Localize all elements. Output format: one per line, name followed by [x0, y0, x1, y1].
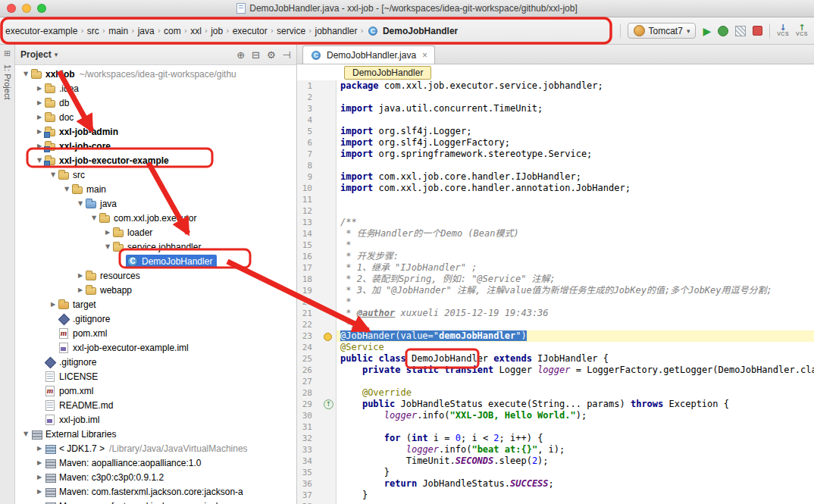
expand-closed-icon[interactable]: ▶ — [35, 142, 44, 149]
tree-row[interactable]: ▶doc — [15, 110, 296, 124]
expand-closed-icon[interactable]: ▶ — [35, 474, 44, 481]
line-number[interactable]: 21 — [297, 308, 314, 319]
code-line[interactable]: 7import org.springframework.stereotype.S… — [297, 149, 814, 160]
breadcrumb-item[interactable]: src — [85, 24, 102, 38]
tree-row[interactable]: LICENSE — [15, 369, 296, 383]
run-with-coverage-button[interactable] — [735, 26, 746, 36]
line-number[interactable]: 1 — [297, 80, 314, 92]
close-tab-icon[interactable]: × — [422, 50, 427, 61]
line-number[interactable]: 28 — [297, 387, 314, 399]
expand-open-icon[interactable]: ▼ — [21, 70, 30, 77]
tree-row[interactable]: ▼xxl-job-executor-example — [15, 153, 296, 167]
tree-row[interactable]: ▶target — [15, 297, 296, 311]
stop-button[interactable] — [753, 26, 762, 36]
line-number[interactable]: 38 — [297, 501, 314, 504]
tree-row[interactable]: ▼xxl-job~/workspaces/idea-git-workspace/… — [15, 67, 296, 81]
settings-gear-icon[interactable]: ⚙ — [267, 49, 276, 61]
expand-open-icon[interactable]: ▼ — [62, 186, 71, 193]
tree-row[interactable]: xxl-job-executor-example.iml — [15, 340, 296, 355]
code-line[interactable]: 31 — [297, 421, 814, 433]
line-number[interactable]: 6 — [297, 137, 314, 149]
code-line[interactable]: 18 * 2、装配到Spring, 例如: "@Service" 注解; — [297, 274, 814, 285]
breadcrumb-item[interactable]: java — [136, 24, 157, 38]
code-line[interactable]: 30 logger.info("XXL-JOB, Hello World."); — [297, 410, 814, 421]
expand-closed-icon[interactable]: ▶ — [103, 229, 112, 236]
code-line[interactable]: 21 * @author xuxueli 2015-12-19 19:43:36 — [297, 308, 814, 319]
class-breadcrumb-chip[interactable]: DemoJobHandler — [344, 66, 431, 80]
code-line[interactable]: 24@Service — [297, 342, 814, 353]
line-number[interactable]: 25 — [297, 353, 314, 365]
tree-row[interactable]: ▶Maven: com.fasterxml.jackson.core:jacks… — [15, 484, 296, 499]
tree-row[interactable]: ▶xxl-job-admin — [15, 124, 296, 139]
run-configuration-select[interactable]: Tomcat7 ▾ — [628, 23, 697, 39]
code-line[interactable]: 37 } — [297, 490, 814, 501]
chevron-down-icon[interactable]: ▾ — [55, 51, 58, 58]
tree-row[interactable]: ▼main — [15, 182, 296, 196]
zoom-window-button[interactable] — [37, 4, 46, 13]
line-number[interactable]: 15 — [297, 239, 314, 251]
tree-row[interactable]: README.md — [15, 398, 296, 412]
line-number[interactable]: 29 — [297, 399, 314, 410]
tree-row[interactable]: ▶resources — [15, 268, 296, 283]
breadcrumb-item-class[interactable]: DemoJobHandler — [365, 23, 460, 39]
vcs-update-button[interactable]: ↓ VCS — [777, 25, 789, 37]
code-line[interactable]: 14 * 任务Handler的一个Demo (Bean模式) — [297, 228, 814, 239]
line-number[interactable]: 8 — [297, 160, 314, 171]
code-line[interactable]: 9import com.xxl.job.core.handler.IJobHan… — [297, 171, 814, 183]
expand-open-icon[interactable]: ▼ — [21, 430, 30, 437]
breadcrumb-item[interactable]: executor-example — [3, 24, 80, 38]
code-line[interactable]: 34 TimeUnit.SECONDS.sleep(2); — [297, 455, 814, 467]
line-number[interactable]: 23 — [297, 330, 314, 342]
run-button[interactable]: ▶ — [703, 26, 711, 36]
line-number[interactable]: 22 — [297, 319, 314, 330]
line-number[interactable]: 35 — [297, 467, 314, 478]
override-icon[interactable]: ↑ — [324, 399, 333, 409]
code-line[interactable]: 23@JobHander(value="demoJobHandler") — [297, 330, 814, 342]
expand-closed-icon[interactable]: ▶ — [35, 114, 44, 121]
line-number[interactable]: 31 — [297, 421, 314, 433]
line-number[interactable]: 3 — [297, 103, 314, 114]
breadcrumb-item[interactable]: main — [106, 24, 130, 38]
expand-closed-icon[interactable]: ▶ — [76, 272, 85, 279]
expand-closed-icon[interactable]: ▶ — [35, 99, 44, 106]
project-tool-window-button[interactable]: 1: Project — [3, 64, 12, 99]
expand-closed-icon[interactable]: ▶ — [35, 488, 44, 495]
tree-row[interactable]: .gitignore — [15, 311, 296, 326]
code-line[interactable]: 25public class DemoJobHandler extends IJ… — [297, 353, 814, 365]
debug-button[interactable] — [718, 26, 728, 36]
tree-row[interactable]: DemoJobHandler — [15, 254, 296, 268]
expand-closed-icon[interactable]: ▶ — [35, 128, 44, 135]
line-number[interactable]: 13 — [297, 217, 314, 228]
line-number[interactable]: 37 — [297, 490, 314, 501]
intention-bulb-icon[interactable] — [324, 333, 332, 341]
line-number[interactable]: 9 — [297, 171, 314, 183]
code-line[interactable]: 12 — [297, 205, 814, 217]
editor-tab[interactable]: DemoJobHandler.java × — [302, 45, 435, 64]
tree-row[interactable]: ▼External Libraries — [15, 427, 296, 441]
line-number[interactable]: 24 — [297, 342, 314, 353]
tree-row[interactable]: ▼java — [15, 196, 296, 211]
line-number[interactable]: 26 — [297, 365, 314, 376]
line-number[interactable]: 4 — [297, 114, 314, 126]
line-number[interactable]: 11 — [297, 194, 314, 205]
code-line[interactable]: 27 — [297, 376, 814, 387]
tree-row[interactable]: ▼com.xxl.job.executor — [15, 211, 296, 225]
breadcrumb-item[interactable]: service — [274, 24, 308, 38]
code-line[interactable]: 3import java.util.concurrent.TimeUnit; — [297, 103, 814, 114]
tree-row[interactable]: pom.xml — [15, 383, 296, 398]
tree-row[interactable]: ▶db — [15, 95, 296, 110]
code-line[interactable]: 35 } — [297, 467, 814, 478]
breadcrumb-item[interactable]: job — [208, 24, 225, 38]
code-line[interactable]: 36 return JobHandleStatus.SUCCESS; — [297, 478, 814, 490]
tree-row[interactable]: pom.xml — [15, 326, 296, 340]
code-line[interactable]: 29↑ public JobHandleStatus execute(Strin… — [297, 399, 814, 410]
line-number[interactable]: 5 — [297, 126, 314, 137]
expand-closed-icon[interactable]: ▶ — [49, 301, 58, 308]
locate-icon[interactable]: ⊕ — [236, 49, 245, 61]
code-line[interactable]: 20 * — [297, 296, 814, 308]
line-number[interactable]: 14 — [297, 228, 314, 239]
breadcrumb-item[interactable]: com — [161, 24, 183, 38]
tree-row[interactable]: ▶Maven: c3p0:c3p0:0.9.1.2 — [15, 470, 296, 484]
expand-open-icon[interactable]: ▼ — [49, 171, 58, 178]
project-view-title[interactable]: Project — [20, 49, 52, 60]
